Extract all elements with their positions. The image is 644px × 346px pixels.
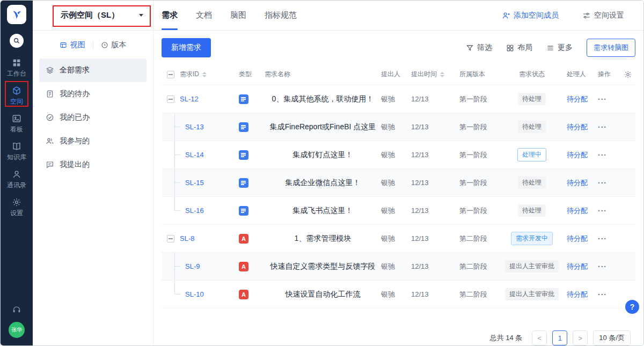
requirement-id-link[interactable]: SL-8 <box>180 234 194 242</box>
next-page-button[interactable]: > <box>573 330 588 345</box>
tab-requirements[interactable]: 需求 <box>162 1 178 30</box>
rail-item-workbench[interactable]: 工作台 <box>1 54 33 82</box>
sidebar-item-participated[interactable]: 我参与的 <box>39 129 147 153</box>
sidebar-item-label: 我的待办 <box>60 89 90 99</box>
type-icon <box>239 178 248 188</box>
sidebar-item-proposed[interactable]: 我提出的 <box>39 153 147 176</box>
table-row[interactable]: SL-12 0、集成其他系统，联动使用！ 银驰 12/13 第一阶段 待处理 待… <box>162 85 635 113</box>
table-row[interactable]: SL-9 A 快速自定义需求类型与反馈字段 银驰 12/13 第二阶段 提出人主… <box>162 253 635 281</box>
table-row[interactable]: SL-14 集成钉钉点这里！ 银驰 12/13 第一阶段 处理中 待分配 ··· <box>162 141 635 169</box>
tab-documents[interactable]: 文档 <box>196 1 212 30</box>
handler-link[interactable]: 待分配 <box>567 206 598 216</box>
support-button[interactable] <box>12 305 21 314</box>
proposer: 银驰 <box>381 206 411 216</box>
requirement-id-link[interactable]: SL-9 <box>185 262 200 270</box>
requirement-id-link[interactable]: SL-12 <box>180 95 199 103</box>
column-settings-button[interactable] <box>620 70 635 79</box>
requirement-name[interactable]: 集成FineReport或FineBI 点这里 <box>265 122 381 132</box>
handler-link[interactable]: 待分配 <box>567 178 598 188</box>
help-button[interactable]: ? <box>625 300 639 314</box>
toolbar-right: 筛选 布局 更多 需求转脑图 <box>466 39 635 57</box>
sidebar-item-my-todo[interactable]: 我的待办 <box>39 82 147 106</box>
rail-item-contacts[interactable]: 通讯录 <box>1 166 33 194</box>
page-size-select[interactable]: 10 条/页 <box>593 330 631 345</box>
new-requirement-button[interactable]: 新增需求 <box>162 38 211 57</box>
requirement-name[interactable]: 快速设置自动化工作流 <box>265 290 381 299</box>
rail-item-knowledge[interactable]: 知识库 <box>1 138 33 166</box>
collapse-toggle[interactable] <box>167 95 174 103</box>
status-badge: 待处理 <box>518 121 546 133</box>
sort-icon[interactable] <box>202 72 207 77</box>
avatar[interactable]: 张华 <box>9 322 25 338</box>
requirement-name[interactable]: 0、集成其他系统，联动使用！ <box>265 94 381 104</box>
rail-item-settings[interactable]: 设置 <box>1 194 33 222</box>
toolbar: 新增需求 筛选 布局 <box>153 31 643 64</box>
table-row[interactable]: SL-10 A 快速设置自动化工作流 银驰 12/13 第二阶段 提出人主管审批… <box>162 281 635 308</box>
handler-link[interactable]: 待分配 <box>567 290 598 299</box>
table-body: SL-12 0、集成其他系统，联动使用！ 银驰 12/13 第一阶段 待处理 待… <box>162 85 635 308</box>
row-actions-button[interactable]: ··· <box>598 262 620 271</box>
to-mindmap-button[interactable]: 需求转脑图 <box>587 39 635 57</box>
global-search-button[interactable] <box>10 34 24 48</box>
handler-link[interactable]: 待分配 <box>567 122 598 132</box>
rail-item-kanban[interactable]: 看板 <box>1 110 33 138</box>
table-row[interactable]: SL-8 A 1、需求管理模块 银驰 12/13 第二阶段 需求开发中 待分配 … <box>162 225 635 253</box>
handler-link[interactable]: 待分配 <box>567 234 598 244</box>
col-header-date[interactable]: 提出时间 <box>411 70 437 79</box>
tab-version[interactable]: 版本 <box>101 40 127 50</box>
type-icon: A <box>239 234 248 244</box>
sidebar-item-all-requirements[interactable]: 全部需求 <box>39 58 147 82</box>
proposer: 银驰 <box>381 122 411 132</box>
space-selector-dropdown[interactable]: 示例空间（SL） <box>33 1 153 31</box>
tab-mindmap[interactable]: 脑图 <box>230 1 246 30</box>
row-actions-button[interactable]: ··· <box>598 151 620 159</box>
row-actions-button[interactable]: ··· <box>598 123 620 131</box>
page-number-button[interactable]: 1 <box>552 330 567 345</box>
proposer: 银驰 <box>381 262 411 271</box>
requirement-name[interactable]: 集成企业微信点这里！ <box>265 178 381 188</box>
tab-view[interactable]: 视图 <box>60 40 85 50</box>
more-button[interactable]: 更多 <box>546 43 573 53</box>
space-settings-button[interactable]: 空间设置 <box>582 11 624 20</box>
collapse-toggle[interactable] <box>167 235 174 242</box>
row-actions-button[interactable]: ··· <box>598 234 620 243</box>
requirement-id-link[interactable]: SL-10 <box>185 290 204 298</box>
sort-icon[interactable] <box>440 72 444 77</box>
row-actions-button[interactable]: ··· <box>598 179 620 187</box>
requirement-name[interactable]: 集成飞书点这里！ <box>265 206 381 216</box>
requirement-id-link[interactable]: SL-14 <box>185 151 204 159</box>
requirement-name[interactable]: 集成钉钉点这里！ <box>265 150 381 160</box>
list-icon <box>546 44 554 52</box>
requirement-name[interactable]: 快速自定义需求类型与反馈字段 <box>265 262 381 271</box>
requirement-name[interactable]: 1、需求管理模块 <box>265 234 381 244</box>
requirement-id-link[interactable]: SL-16 <box>185 207 204 215</box>
filter-button[interactable]: 筛选 <box>466 43 492 53</box>
row-actions-button[interactable]: ··· <box>598 290 620 299</box>
handler-link[interactable]: 待分配 <box>567 262 598 271</box>
proposer: 银驰 <box>381 150 411 160</box>
handler-link[interactable]: 待分配 <box>567 150 598 160</box>
table-row[interactable]: SL-16 集成飞书点这里！ 银驰 12/13 第一阶段 待处理 待分配 ··· <box>162 197 635 225</box>
version: 第一阶段 <box>459 122 497 132</box>
filter-label: 筛选 <box>477 43 492 53</box>
prev-page-button[interactable]: < <box>532 330 547 345</box>
rail-item-space[interactable]: 空间 <box>1 82 33 110</box>
add-member-button[interactable]: 添加空间成员 <box>502 11 559 20</box>
row-actions-button[interactable]: ··· <box>598 207 620 215</box>
row-actions-button[interactable]: ··· <box>598 95 620 104</box>
status-badge: 待处理 <box>518 93 546 105</box>
requirement-id-link[interactable]: SL-15 <box>185 179 204 187</box>
table-header: 需求ID 类型 需求名称 提出人 提出时间 所属版本 需求状态 处理人 操作 <box>162 64 635 85</box>
content-tabs: 需求 文档 脑图 指标规范 <box>162 1 297 30</box>
requirement-id-link[interactable]: SL-13 <box>185 123 204 131</box>
layout-button[interactable]: 布局 <box>506 43 532 53</box>
table-row[interactable]: SL-15 集成企业微信点这里！ 银驰 12/13 第一阶段 待处理 待分配 ·… <box>162 169 635 197</box>
table-row[interactable]: SL-13 集成FineReport或FineBI 点这里 银驰 12/13 第… <box>162 113 635 141</box>
tab-metric-spec[interactable]: 指标规范 <box>265 1 297 30</box>
version: 第二阶段 <box>459 262 497 271</box>
sidebar-item-my-done[interactable]: 我的已办 <box>39 106 147 129</box>
select-all-toggle[interactable] <box>167 71 174 78</box>
handler-link[interactable]: 待分配 <box>567 94 598 104</box>
col-header-id[interactable]: 需求ID <box>180 70 199 79</box>
left-rail: 工作台 空间 看板 知识库 <box>1 1 33 345</box>
